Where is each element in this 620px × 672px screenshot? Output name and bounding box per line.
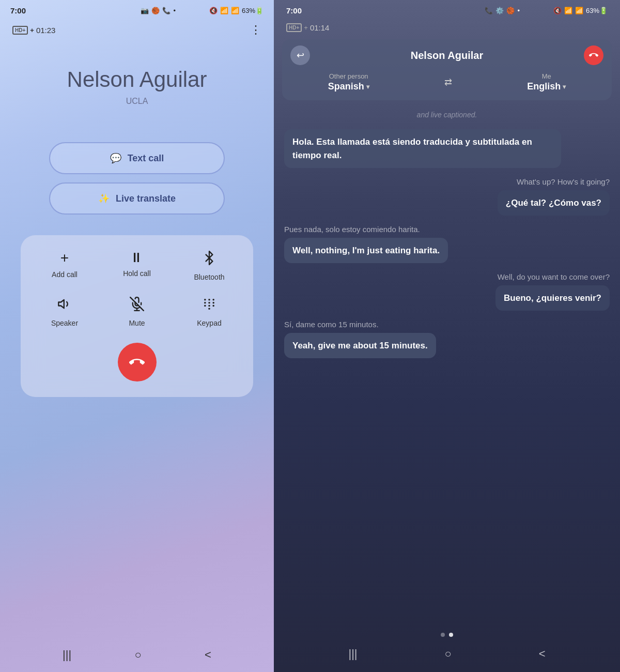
- my-lang: Me English ▾: [527, 72, 566, 92]
- svg-point-9: [212, 302, 214, 304]
- message-1-text: Hola. Esta llamada está siendo traducida…: [284, 129, 561, 168]
- hd-badge-right: HD+: [286, 23, 302, 32]
- svg-point-13: [208, 308, 210, 310]
- message-5-translation: Yeah, give me about 15 minutes.: [284, 333, 436, 359]
- message-4: Well, do you want to come over? Bueno, ¿…: [495, 271, 610, 311]
- svg-point-5: [208, 299, 210, 301]
- signal-icon: 📶: [231, 7, 239, 14]
- svg-point-6: [212, 299, 214, 301]
- message-1: Hola. Esta llamada está siendo traducida…: [284, 127, 561, 168]
- message-3-translation: Well, nothing, I'm just eating harita.: [284, 238, 448, 264]
- nav-bar-right: ||| ○ <: [274, 641, 620, 672]
- swap-languages-icon[interactable]: ⇄: [444, 77, 452, 88]
- nav-back-icon[interactable]: <: [205, 648, 211, 662]
- status-bar-left: 7:00 📷 🏀 📞 • 🔇 📶 📶 63%🔋: [0, 0, 274, 19]
- mute-label: Mute: [129, 319, 145, 327]
- basketball-icon: 🏀: [151, 7, 160, 14]
- end-call-button-right[interactable]: [584, 45, 603, 65]
- controls-grid: + Add call ⏸ Hold call Bluetooth: [31, 251, 243, 327]
- bluetooth-button[interactable]: Bluetooth: [176, 251, 243, 281]
- other-language-name: Spanish: [328, 81, 364, 92]
- svg-point-8: [208, 302, 210, 304]
- basketball-icon-r: 🏀: [506, 7, 515, 14]
- more-menu-button[interactable]: ⋮: [250, 23, 261, 37]
- status-time-right: 7:00: [286, 6, 302, 15]
- sparkle-icon: ✨: [98, 193, 110, 204]
- text-call-button[interactable]: 💬 Text call: [49, 142, 225, 174]
- hold-call-button[interactable]: ⏸ Hold call: [103, 251, 171, 281]
- gear-icon-r: ⚙️: [495, 7, 504, 14]
- message-4-translation: Bueno, ¿quieres venir?: [495, 285, 610, 311]
- caller-name-left: Nelson Aguilar: [67, 67, 207, 93]
- speaker-icon: [57, 297, 72, 314]
- phone-right: 7:00 📞 ⚙️ 🏀 • 🔇 📶 📶 63%🔋 HD+ + 01:14 ↩ N…: [274, 0, 620, 672]
- my-language-name: English: [527, 81, 561, 92]
- message-3: Pues nada, solo estoy comiendo harita. W…: [284, 224, 448, 263]
- call-header-left: HD+ + 01:23 ⋮: [0, 19, 274, 41]
- mute-icon-r: 🔇: [553, 7, 562, 14]
- add-call-button[interactable]: + Add call: [31, 251, 98, 281]
- nav-recent-icon-right[interactable]: |||: [348, 647, 357, 661]
- mute-icon: 🔇: [209, 7, 218, 14]
- end-call-button[interactable]: [118, 343, 157, 381]
- live-translate-button[interactable]: ✨ Live translate: [49, 182, 225, 215]
- nav-back-icon-right[interactable]: <: [539, 647, 546, 661]
- dot-indicator: •: [173, 7, 176, 14]
- phone-icon-r: 📞: [485, 7, 493, 14]
- keypad-icon: [202, 297, 216, 314]
- keypad-button[interactable]: Keypad: [176, 297, 243, 327]
- status-icons-left: 📷 🏀 📞 • 🔇 📶 📶 63%🔋: [141, 7, 264, 14]
- caller-name-right: Nelson Aguilar: [411, 50, 483, 62]
- end-call-area: [31, 343, 243, 381]
- svg-point-12: [212, 305, 214, 307]
- status-icons-right: 📞 ⚙️ 🏀 • 🔇 📶 📶 63%🔋: [485, 7, 608, 14]
- call-duration-right: 01:14: [310, 23, 330, 32]
- other-lang-dropdown-icon: ▾: [366, 83, 369, 90]
- keypad-label: Keypad: [197, 319, 221, 327]
- text-call-label: Text call: [128, 153, 164, 164]
- page-dot-2: [449, 633, 453, 637]
- svg-point-4: [204, 299, 206, 301]
- camera-icon: 📷: [141, 7, 149, 14]
- dot-indicator-r: •: [517, 7, 520, 14]
- hold-call-icon: ⏸: [130, 251, 145, 264]
- svg-point-7: [204, 302, 206, 304]
- faded-caption: and live captioned.: [284, 111, 610, 119]
- back-button[interactable]: ↩: [290, 45, 310, 65]
- svg-point-10: [204, 305, 206, 307]
- mute-button[interactable]: Mute: [103, 297, 171, 327]
- translate-panel: ↩ Nelson Aguilar Other person Spanish ▾ …: [282, 39, 612, 100]
- caller-info-left: UCLA: [126, 97, 148, 106]
- battery-text-r: 63%🔋: [586, 7, 608, 14]
- page-dots: [274, 627, 620, 641]
- nav-home-icon-right[interactable]: ○: [444, 647, 451, 661]
- bluetooth-icon: [202, 251, 216, 268]
- signal-icon-r: 📶: [575, 7, 583, 14]
- status-bar-right: 7:00 📞 ⚙️ 🏀 • 🔇 📶 📶 63%🔋: [274, 0, 620, 19]
- wifi-icon: 📶: [220, 7, 228, 14]
- status-time-left: 7:00: [10, 6, 26, 15]
- my-lang-dropdown-icon: ▾: [563, 83, 566, 90]
- action-buttons: 💬 Text call ✨ Live translate: [49, 142, 225, 215]
- call-duration-left: 01:23: [36, 26, 56, 35]
- text-call-icon: 💬: [110, 152, 121, 164]
- my-language-select[interactable]: English ▾: [527, 81, 566, 92]
- battery-text: 63%🔋: [242, 7, 264, 14]
- page-dot-1: [441, 633, 445, 637]
- language-row: Other person Spanish ▾ ⇄ Me English ▾: [290, 70, 603, 94]
- live-translate-label: Live translate: [116, 193, 176, 204]
- message-4-original: Well, do you want to come over?: [495, 271, 610, 283]
- nav-bar-left: ||| ○ <: [0, 648, 274, 662]
- nav-recent-icon[interactable]: |||: [63, 648, 71, 662]
- message-3-original: Pues nada, solo estoy comiendo harita.: [284, 224, 448, 236]
- other-language-select[interactable]: Spanish ▾: [328, 81, 369, 92]
- nav-home-icon[interactable]: ○: [134, 648, 141, 662]
- speaker-button[interactable]: Speaker: [31, 297, 98, 327]
- mute-mic-icon: [130, 297, 144, 314]
- message-2-original: What's up? How's it going?: [498, 176, 610, 188]
- translate-panel-header: ↩ Nelson Aguilar: [290, 45, 603, 65]
- speaker-label: Speaker: [51, 319, 78, 327]
- call-quality-left: HD+ + 01:23: [12, 26, 55, 35]
- call-quality-right: HD+ + 01:14: [286, 23, 329, 32]
- other-person-lang: Other person Spanish ▾: [328, 72, 369, 92]
